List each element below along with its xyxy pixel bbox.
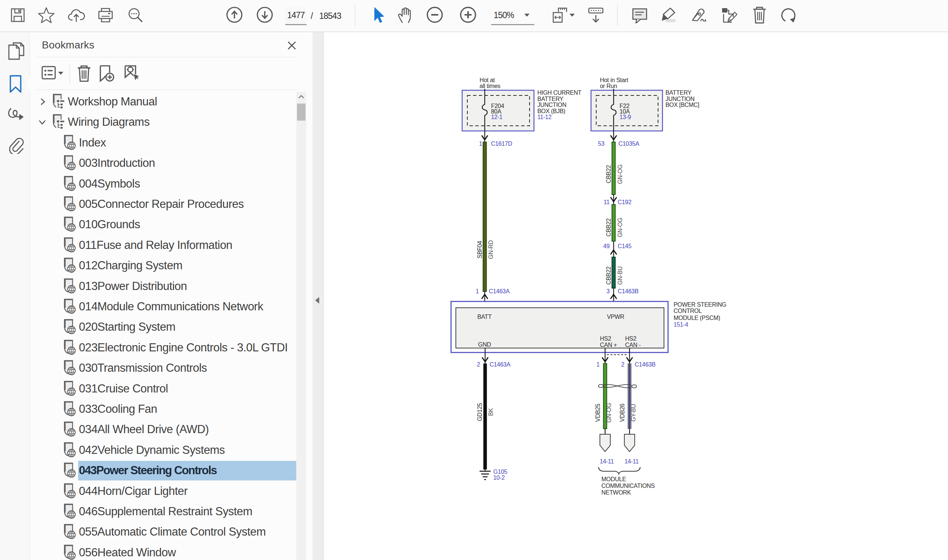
svg-text:10-2: 10-2 (493, 475, 505, 481)
svg-text:or Run: or Run (600, 83, 617, 89)
svg-text:11: 11 (604, 199, 610, 205)
svg-text:Hot at: Hot at (480, 77, 495, 83)
svg-text:C145: C145 (618, 243, 631, 249)
svg-text:GN-OG: GN-OG (617, 218, 623, 237)
svg-text:HS2: HS2 (625, 335, 636, 342)
svg-text:C1463A: C1463A (489, 362, 511, 368)
svg-text:all times: all times (480, 83, 500, 89)
svg-text:C192: C192 (618, 199, 631, 205)
svg-text:GD125: GD125 (477, 403, 483, 421)
svg-text:HIGH CURRENT: HIGH CURRENT (537, 89, 582, 96)
svg-text:VPWR: VPWR (607, 314, 624, 320)
svg-text:GN-RD: GN-RD (488, 240, 494, 259)
svg-text:GND: GND (478, 342, 491, 348)
svg-text:2: 2 (477, 362, 480, 368)
svg-text:1: 1 (476, 288, 479, 294)
svg-text:CAN -: CAN - (625, 342, 641, 348)
svg-text:SBF04: SBF04 (477, 241, 483, 258)
svg-text:CAN +: CAN + (600, 342, 617, 348)
svg-text:151-4: 151-4 (673, 322, 689, 328)
svg-text:14-11: 14-11 (599, 458, 614, 465)
svg-text:CBB22: CBB22 (605, 165, 612, 183)
svg-text:JUNCTION: JUNCTION (537, 102, 566, 108)
svg-text:C1463B: C1463B (618, 288, 638, 294)
svg-text:BOX (BJB): BOX (BJB) (537, 108, 565, 114)
svg-text:NETWORK: NETWORK (601, 489, 631, 495)
svg-text:49: 49 (603, 243, 610, 249)
svg-text:14-11: 14-11 (624, 458, 639, 465)
svg-text:COMMUNICATIONS: COMMUNICATIONS (601, 483, 655, 489)
svg-text:GN-OG: GN-OG (617, 165, 623, 184)
svg-text:BATT: BATT (477, 314, 492, 320)
svg-text:Hot in Start: Hot in Start (600, 77, 628, 83)
svg-text:GN-BU: GN-BU (617, 266, 623, 285)
svg-text:VDB25: VDB25 (595, 403, 601, 422)
svg-text:C1035A: C1035A (618, 140, 639, 147)
svg-text:GY-BU: GY-BU (630, 404, 636, 422)
svg-text:2: 2 (621, 362, 624, 368)
svg-text:MODULE (PSCM): MODULE (PSCM) (673, 315, 720, 321)
svg-text:53: 53 (598, 140, 605, 147)
svg-text:3: 3 (606, 288, 610, 294)
svg-text:HS2: HS2 (600, 335, 611, 342)
svg-text:11-12: 11-12 (537, 114, 552, 120)
svg-text:BATTERY: BATTERY (537, 96, 564, 102)
svg-text:BOX [BCMC]: BOX [BCMC] (665, 102, 699, 108)
svg-text:JUNCTION: JUNCTION (665, 96, 694, 102)
svg-text:1: 1 (479, 140, 482, 147)
svg-text:BK: BK (488, 408, 494, 416)
svg-text:BATTERY: BATTERY (665, 89, 692, 96)
svg-text:G105: G105 (493, 469, 507, 475)
svg-text:CONTROL: CONTROL (673, 308, 702, 314)
svg-text:POWER STEERING: POWER STEERING (673, 302, 726, 308)
svg-text:VDB26: VDB26 (619, 403, 625, 422)
svg-text:C1463B: C1463B (635, 362, 655, 368)
svg-text:CBB22: CBB22 (605, 266, 612, 285)
svg-text:C1617D: C1617D (491, 140, 512, 147)
svg-text:1: 1 (596, 362, 599, 368)
svg-text:12-1: 12-1 (491, 114, 502, 120)
svg-text:C1463A: C1463A (489, 288, 510, 294)
svg-text:GN-OG: GN-OG (606, 403, 612, 423)
svg-text:CBB22: CBB22 (605, 218, 612, 237)
svg-text:13-9: 13-9 (619, 114, 631, 120)
svg-text:MODULE: MODULE (601, 476, 626, 482)
